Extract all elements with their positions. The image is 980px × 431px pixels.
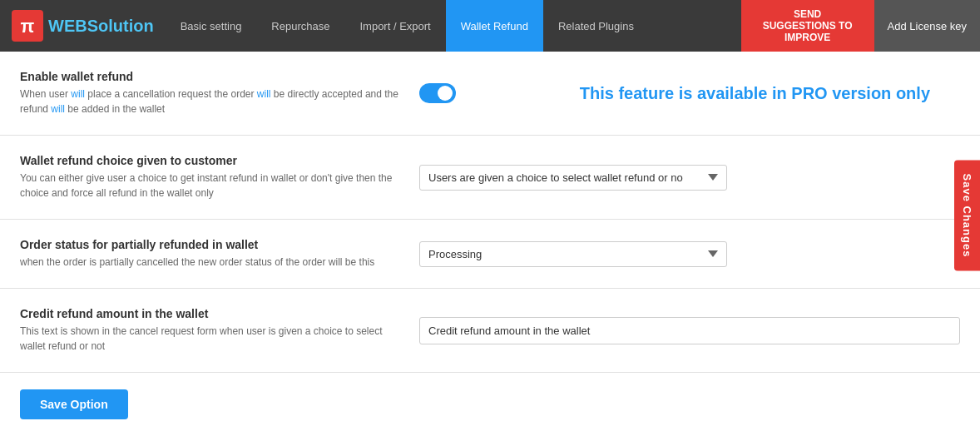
top-navigation: π WEBSolution Basic setting Repurchase I… [0, 0, 980, 52]
add-license-button[interactable]: Add License key [874, 0, 980, 52]
credit-refund-input[interactable] [419, 317, 960, 344]
wallet-choice-title: Wallet refund choice given to customer [20, 154, 419, 167]
wallet-choice-control: Users are given a choice to select walle… [419, 165, 960, 191]
wallet-choice-desc: You can either give user a choice to get… [20, 171, 403, 201]
svg-text:π: π [21, 16, 35, 37]
tab-basic-setting[interactable]: Basic setting [166, 0, 257, 52]
credit-refund-label: Credit refund amount in the wallet This … [20, 307, 419, 354]
logo: π WEBSolution [0, 0, 166, 52]
tab-wallet-refund[interactable]: Wallet Refund [446, 0, 543, 52]
enable-wallet-refund-desc: When user will place a cancellation requ… [20, 87, 403, 116]
order-status-section: Order status for partially refunded in w… [0, 220, 980, 289]
save-option-button[interactable]: Save Option [20, 389, 128, 419]
credit-refund-title: Credit refund amount in the wallet [20, 307, 419, 320]
order-status-label: Order status for partially refunded in w… [20, 238, 419, 270]
order-status-control: Processing Completed On Hold Cancelled R… [419, 241, 960, 267]
credit-refund-desc: This text is shown in the cancel request… [20, 324, 403, 354]
wallet-choice-select[interactable]: Users are given a choice to select walle… [419, 165, 727, 191]
save-option-area: Save Option [0, 373, 980, 431]
enable-wallet-refund-section: Enable wallet refund When user will plac… [0, 52, 980, 136]
main-content: Enable wallet refund When user will plac… [0, 52, 980, 431]
tab-import-export[interactable]: Import / Export [344, 0, 445, 52]
wallet-choice-label: Wallet refund choice given to customer Y… [20, 154, 419, 201]
tab-related-plugins[interactable]: Related Plugins [543, 0, 649, 52]
nav-spacer [649, 0, 741, 52]
pro-version-banner: This feature is available in PRO version… [580, 84, 930, 103]
logo-suffix: Solution [87, 17, 154, 35]
order-status-desc: when the order is partially cancelled th… [20, 255, 403, 270]
credit-refund-section: Credit refund amount in the wallet This … [0, 289, 980, 373]
enable-wallet-refund-title: Enable wallet refund [20, 70, 419, 83]
credit-refund-control [419, 317, 960, 344]
logo-prefix: WEB [48, 17, 87, 35]
enable-wallet-refund-control: This feature is available in PRO version… [419, 83, 960, 103]
logo-text: WEBSolution [48, 17, 154, 36]
order-status-select[interactable]: Processing Completed On Hold Cancelled R… [419, 241, 727, 267]
wallet-choice-section: Wallet refund choice given to customer Y… [0, 136, 980, 220]
enable-wallet-refund-toggle[interactable] [419, 83, 456, 103]
suggestions-button[interactable]: SEND SUGGESTIONS TO IMPROVE [741, 0, 874, 52]
tab-repurchase[interactable]: Repurchase [256, 0, 344, 52]
save-changes-sidebar[interactable]: Save Changes [954, 161, 980, 271]
logo-icon: π [12, 10, 43, 42]
enable-wallet-refund-label: Enable wallet refund When user will plac… [20, 70, 419, 116]
order-status-title: Order status for partially refunded in w… [20, 238, 419, 251]
nav-tabs: Basic setting Repurchase Import / Export… [166, 0, 649, 52]
